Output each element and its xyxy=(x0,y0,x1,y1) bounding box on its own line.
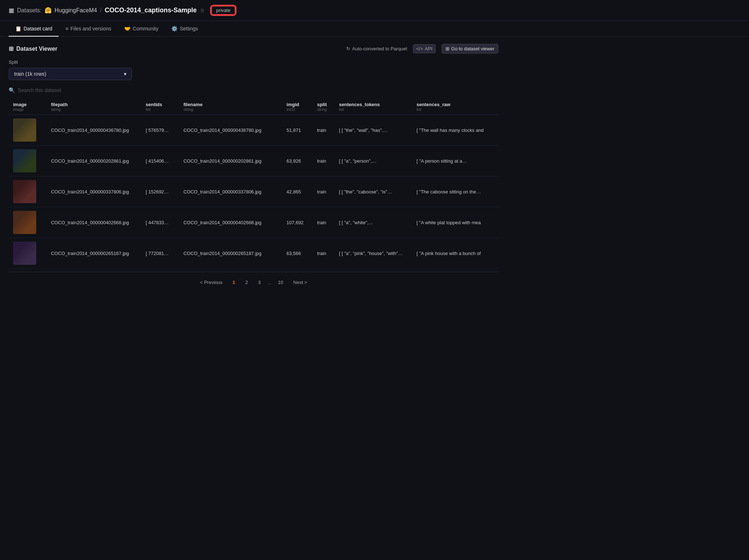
col-filepath: filepath string xyxy=(47,99,142,115)
cell-filepath: COCO_train2014_000000402668.jpg xyxy=(47,207,142,238)
table-row: COCO_train2014_000000265187.jpg [ 772081… xyxy=(9,238,498,269)
tab-community[interactable]: 🤝 Community xyxy=(118,21,165,37)
cell-filename: COCO_train2014_000000337806.jpg xyxy=(179,176,282,207)
cell-split: train xyxy=(313,146,335,176)
cell-sentences-tokens: [ [ "the", "caboose", "is"… xyxy=(335,176,412,207)
cell-image xyxy=(9,115,47,146)
user-avatar: 🤗 xyxy=(45,7,52,14)
cell-sentids: [ 152692… xyxy=(141,176,179,207)
datasets-label: Datasets: xyxy=(17,7,42,14)
tab-dataset-card[interactable]: 📋 Dataset card xyxy=(9,21,59,37)
cell-imgid: 63,926 xyxy=(282,146,313,176)
cell-sentences-raw: [ "The caboose sitting on the… xyxy=(412,176,498,207)
chevron-down-icon: ▾ xyxy=(124,71,126,77)
header-row: image image filepath string sentids list… xyxy=(9,99,498,115)
tab-files-versions[interactable]: ≡ Files and versions xyxy=(59,21,118,37)
page-1-button[interactable]: 1 xyxy=(229,278,239,287)
goto-dataset-viewer-button[interactable]: ⊞ Go to dataset viewer xyxy=(442,44,498,54)
cell-filepath: COCO_train2014_000000337806.jpg xyxy=(47,176,142,207)
col-sentences-raw: sentences_raw list xyxy=(412,99,498,115)
dataset-viewer-header: ⊞ Dataset Viewer ↻ Auto-converted to Par… xyxy=(9,44,498,54)
cell-imgid: 63,566 xyxy=(282,238,313,269)
page-2-button[interactable]: 2 xyxy=(242,278,251,287)
cell-sentids: [ 447833… xyxy=(141,207,179,238)
col-split: split string xyxy=(313,99,335,115)
code-icon: </> xyxy=(416,46,423,51)
cell-sentids: [ 576579… xyxy=(141,115,179,146)
cell-sentences-tokens: [ [ "a", "white",… xyxy=(335,207,412,238)
settings-icon: ⚙️ xyxy=(171,26,177,32)
col-sentences-tokens: sentences_tokens list xyxy=(335,99,412,115)
page-header: ▦ Datasets: 🤗 HuggingFaceM4 / COCO-2014_… xyxy=(0,0,749,21)
cell-filename: COCO_train2014_000000265187.jpg xyxy=(179,238,282,269)
col-imgid: imgid int32 xyxy=(282,99,313,115)
col-filename: filename string xyxy=(179,99,282,115)
row-image-thumb xyxy=(13,149,36,172)
next-page-button[interactable]: Next > xyxy=(290,278,311,287)
cell-imgid: 51,871 xyxy=(282,115,313,146)
tab-settings[interactable]: ⚙️ Settings xyxy=(165,21,205,37)
split-value: train (1k rows) xyxy=(14,71,46,77)
viewer-actions: ↻ Auto-converted to Parquet </> API ⊞ Go… xyxy=(346,44,498,54)
cell-filename: COCO_train2014_000000202861.jpg xyxy=(179,146,282,176)
cell-sentences-raw: [ "A person sitting at a… xyxy=(412,146,498,176)
cell-imgid: 42,865 xyxy=(282,176,313,207)
dataset-table: image image filepath string sentids list… xyxy=(9,99,498,269)
dataset-viewer-title: ⊞ Dataset Viewer xyxy=(9,45,58,52)
page-3-button[interactable]: 3 xyxy=(254,278,264,287)
api-button[interactable]: </> API xyxy=(413,44,436,53)
grid-icon: ▦ xyxy=(9,7,14,14)
cell-split: train xyxy=(313,115,335,146)
cell-filepath: COCO_train2014_000000436780.jpg xyxy=(47,115,142,146)
dataset-table-container: image image filepath string sentids list… xyxy=(9,99,498,269)
cell-split: train xyxy=(313,207,335,238)
row-image-thumb xyxy=(13,118,36,142)
cell-filename: COCO_train2014_000000436780.jpg xyxy=(179,115,282,146)
cell-sentences-raw: [ "A pink house with a bunch of xyxy=(412,238,498,269)
page-10-button[interactable]: 10 xyxy=(274,278,286,287)
cell-split: train xyxy=(313,176,335,207)
table-row: COCO_train2014_000000337806.jpg [ 152692… xyxy=(9,176,498,207)
row-image-thumb xyxy=(13,211,36,234)
cell-image xyxy=(9,238,47,269)
search-placeholder[interactable]: Search this dataset xyxy=(18,87,61,93)
cell-sentences-tokens: [ [ "the", "wall", "has",… xyxy=(335,115,412,146)
private-badge: private xyxy=(211,6,235,15)
grid-table-icon: ⊞ xyxy=(9,45,13,52)
col-sentids: sentids list xyxy=(141,99,179,115)
header-user[interactable]: HuggingFaceM4 xyxy=(55,7,97,14)
cell-sentences-raw: [ "The wall has many clocks and xyxy=(412,115,498,146)
table-row: COCO_train2014_000000202861.jpg [ 415406… xyxy=(9,146,498,176)
col-image: image image xyxy=(9,99,47,115)
search-bar: 🔍 Search this dataset xyxy=(9,87,498,93)
cell-image xyxy=(9,146,47,176)
grid-icon2: ⊞ xyxy=(445,46,449,51)
tabs-bar: 📋 Dataset card ≡ Files and versions 🤝 Co… xyxy=(0,21,749,37)
repo-name[interactable]: COCO-2014_captions-Sample xyxy=(105,7,197,14)
cell-filepath: COCO_train2014_000000265187.jpg xyxy=(47,238,142,269)
copy-icon[interactable]: ⎘ xyxy=(201,8,204,13)
table-row: COCO_train2014_000000436780.jpg [ 576579… xyxy=(9,115,498,146)
split-label: Split xyxy=(9,59,498,65)
split-dropdown[interactable]: train (1k rows) ▾ xyxy=(9,68,132,80)
search-icon: 🔍 xyxy=(9,87,15,93)
community-icon: 🤝 xyxy=(124,26,130,32)
main-content: ⊞ Dataset Viewer ↻ Auto-converted to Par… xyxy=(0,37,507,300)
row-image-thumb xyxy=(13,242,36,265)
row-image-thumb xyxy=(13,180,36,203)
page-ellipsis: ... xyxy=(267,280,272,285)
cell-sentences-tokens: [ [ "a", "person",… xyxy=(335,146,412,176)
cell-filename: COCO_train2014_000000402668.jpg xyxy=(179,207,282,238)
auto-converted-label[interactable]: ↻ Auto-converted to Parquet xyxy=(346,46,407,51)
prev-page-button[interactable]: < Previous xyxy=(196,278,226,287)
dataset-card-icon: 📋 xyxy=(15,26,21,32)
table-row: COCO_train2014_000000402668.jpg [ 447833… xyxy=(9,207,498,238)
cell-sentences-tokens: [ [ "a", "pink", "house", "with"… xyxy=(335,238,412,269)
files-icon: ≡ xyxy=(65,26,68,32)
cell-filepath: COCO_train2014_000000202861.jpg xyxy=(47,146,142,176)
refresh-icon: ↻ xyxy=(346,46,350,51)
slash-separator: / xyxy=(100,7,102,14)
table-body: COCO_train2014_000000436780.jpg [ 576579… xyxy=(9,115,498,269)
cell-imgid: 107,692 xyxy=(282,207,313,238)
cell-sentids: [ 772081… xyxy=(141,238,179,269)
